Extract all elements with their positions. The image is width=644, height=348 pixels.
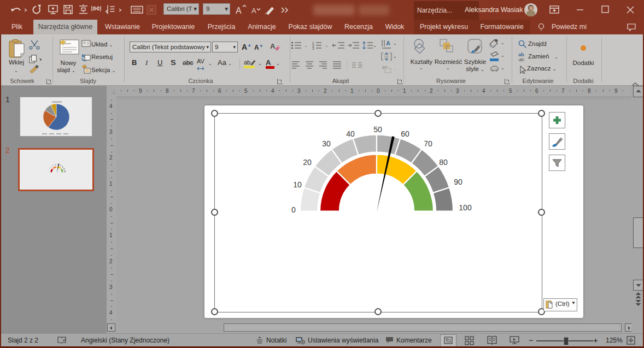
- svg-text:ab: ab: [244, 59, 250, 66]
- svg-text:3: 3: [312, 46, 314, 50]
- svg-text:A: A: [266, 58, 271, 67]
- svg-text:A: A: [236, 6, 242, 15]
- svg-text:A: A: [251, 7, 256, 15]
- svg-text:A: A: [386, 40, 390, 46]
- svg-text:A: A: [270, 42, 276, 50]
